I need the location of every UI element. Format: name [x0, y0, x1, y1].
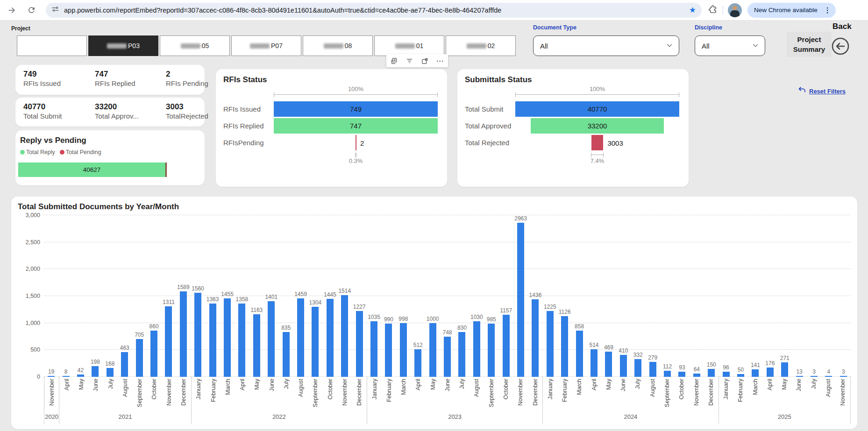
bar-november-2020[interactable]: [48, 376, 55, 377]
bar-august-2022[interactable]: [297, 298, 304, 377]
bar-october-2021[interactable]: [150, 331, 157, 377]
bar-value-label: 150: [707, 361, 716, 368]
funnel-bar-total-approved[interactable]: 33200: [531, 118, 664, 134]
bar-march-2022[interactable]: [224, 298, 231, 377]
browser-menu-icon[interactable]: ⋮: [822, 6, 833, 14]
bar-january-2022[interactable]: [194, 293, 201, 377]
bar-june-2023[interactable]: [444, 337, 451, 377]
bar-april-2024[interactable]: [591, 349, 598, 377]
bar-november-2021[interactable]: [165, 306, 172, 377]
funnel-bar-total-submit[interactable]: 40770: [515, 101, 679, 117]
project-tab-08[interactable]: 08: [303, 35, 373, 56]
month-label-december: December: [356, 379, 363, 406]
bar-may-2024[interactable]: [605, 352, 612, 377]
legend-label: Total Reply: [26, 149, 55, 155]
project-tab-P07[interactable]: P07: [231, 35, 301, 56]
bar-september-2023[interactable]: [488, 324, 495, 377]
total-pending-bar[interactable]: [165, 163, 167, 177]
extensions-icon[interactable]: [708, 4, 718, 16]
bar-november-2025[interactable]: [840, 376, 847, 377]
bar-february-2022[interactable]: [209, 304, 216, 377]
bar-april-2023[interactable]: [414, 349, 421, 377]
bar-september-2022[interactable]: [312, 307, 319, 377]
bar-december-2024[interactable]: [708, 369, 715, 377]
filter-icon[interactable]: [404, 55, 415, 66]
bar-august-2023[interactable]: [473, 321, 480, 377]
funnel-bar-rfis-issued[interactable]: 749: [274, 101, 438, 117]
bar-march-2025[interactable]: [752, 369, 759, 377]
bar-february-2024[interactable]: [561, 316, 568, 377]
bar-november-2023[interactable]: [517, 223, 524, 377]
bar-july-2022[interactable]: [283, 332, 290, 377]
bar-value-label: 858: [575, 323, 584, 330]
bar-july-2021[interactable]: [107, 368, 114, 377]
bar-october-2024[interactable]: [678, 372, 685, 377]
reload-icon[interactable]: [23, 2, 39, 18]
bar-value-label: 830: [457, 325, 467, 331]
month-cell: February: [558, 377, 572, 413]
bar-january-2024[interactable]: [547, 311, 554, 377]
month-cell: January: [719, 377, 733, 413]
bar-april-2025[interactable]: [767, 367, 774, 377]
bar-july-2023[interactable]: [458, 332, 465, 377]
legend-item-total-reply: Total Reply: [20, 149, 55, 155]
bar-january-2025[interactable]: [723, 372, 730, 377]
bar-may-2021[interactable]: [77, 374, 84, 377]
bar-june-2025[interactable]: [796, 376, 803, 377]
bar-october-2022[interactable]: [327, 299, 334, 377]
bar-august-2021[interactable]: [121, 352, 128, 377]
focus-mode-icon[interactable]: [420, 55, 431, 66]
site-settings-icon[interactable]: [51, 5, 59, 15]
funnel-bar-rfispending[interactable]: [356, 135, 356, 150]
month-cell: April: [587, 377, 601, 413]
bar-november-2022[interactable]: [341, 295, 348, 377]
bar-june-2022[interactable]: [268, 301, 275, 377]
bar-may-2022[interactable]: [253, 314, 260, 377]
copy-icon[interactable]: [389, 55, 400, 66]
bar-april-2021[interactable]: [63, 376, 70, 377]
chrome-update-pill[interactable]: New Chrome available ⋮: [747, 3, 836, 18]
discipline-dropdown[interactable]: All: [695, 35, 765, 56]
kpi-rfis-pending: 2 RFIs Pending: [166, 69, 208, 95]
project-tab-05[interactable]: 05: [160, 35, 230, 56]
more-options-icon[interactable]: ···: [435, 55, 446, 66]
profile-avatar[interactable]: [728, 3, 742, 17]
project-tab-01[interactable]: 01: [374, 35, 444, 56]
bar-march-2023[interactable]: [400, 323, 407, 377]
funnel-bar-total-rejected[interactable]: [591, 135, 604, 150]
bar-august-2025[interactable]: [825, 376, 832, 377]
forward-arrow-icon[interactable]: [4, 2, 20, 18]
back-button[interactable]: [830, 35, 851, 57]
url-text[interactable]: app.powerbi.com/reportEmbed?reportId=307…: [64, 7, 685, 14]
bar-september-2024[interactable]: [664, 371, 671, 377]
bar-august-2024[interactable]: [649, 362, 656, 377]
bar-june-2021[interactable]: [92, 366, 99, 377]
reply-stacked-bar[interactable]: 40627: [18, 163, 167, 177]
bar-december-2021[interactable]: [180, 291, 187, 377]
bar-december-2023[interactable]: [532, 299, 539, 377]
bar-september-2021[interactable]: [136, 339, 143, 377]
funnel-bar-rfis-replied[interactable]: 747: [274, 118, 437, 134]
document-type-dropdown[interactable]: All: [533, 35, 679, 56]
bar-march-2024[interactable]: [576, 331, 583, 377]
bar-october-2023[interactable]: [503, 315, 510, 377]
project-tab-02[interactable]: 02: [446, 35, 516, 56]
address-bar[interactable]: app.powerbi.com/reportEmbed?reportId=307…: [46, 3, 702, 18]
project-tab-blank-0[interactable]: [17, 35, 87, 56]
bar-july-2024[interactable]: [634, 359, 641, 377]
bar-june-2024[interactable]: [620, 355, 627, 377]
bar-december-2022[interactable]: [356, 311, 363, 377]
bar-july-2025[interactable]: [811, 376, 818, 377]
bar-january-2023[interactable]: [370, 321, 377, 377]
reset-filters-button[interactable]: Reset Filters: [798, 86, 846, 96]
bar-february-2025[interactable]: [737, 374, 744, 377]
year-label-2022: 2022: [192, 413, 367, 422]
bar-november-2024[interactable]: [693, 374, 700, 377]
total-reply-bar[interactable]: 40627: [18, 163, 165, 177]
project-tab-P03[interactable]: P03: [88, 35, 158, 56]
bar-may-2025[interactable]: [781, 362, 788, 377]
bookmark-star-icon[interactable]: ★: [689, 5, 696, 15]
bar-may-2023[interactable]: [429, 323, 436, 377]
bar-april-2022[interactable]: [238, 304, 245, 377]
bar-february-2023[interactable]: [385, 324, 392, 377]
